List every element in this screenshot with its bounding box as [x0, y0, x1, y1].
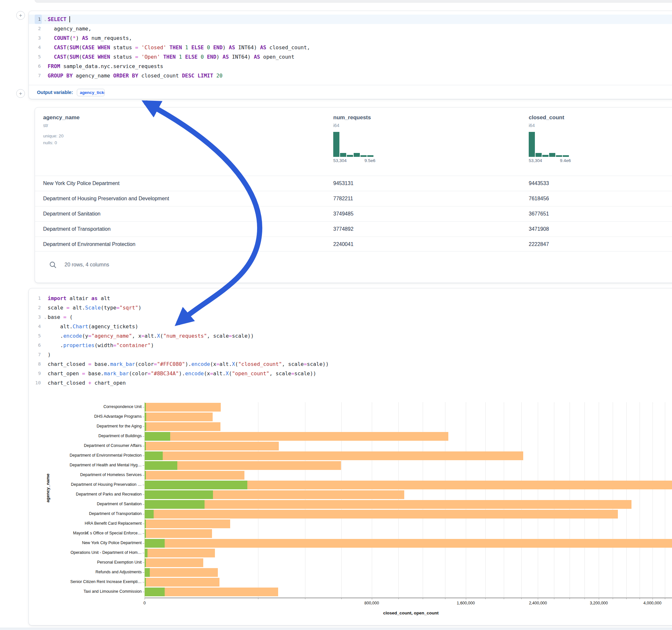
bar-open-count[interactable]: [145, 403, 146, 412]
table-cell: 7782211: [333, 191, 353, 206]
output-variable-row: Output variable: agency_tickets: [29, 85, 672, 99]
table-cell: 3677651: [529, 207, 549, 221]
bar-closed-count[interactable]: [145, 403, 221, 412]
bar-open-count[interactable]: [145, 432, 170, 441]
y-axis-tick: [143, 592, 144, 592]
bar-open-count[interactable]: [145, 519, 146, 528]
line-number: 2: [29, 24, 44, 33]
bar-closed-count[interactable]: [145, 529, 212, 538]
code-line[interactable]: 2 agency_name,: [29, 24, 672, 33]
table-cell: Department of Housing Preservation and D…: [43, 191, 169, 206]
code-text: SELECT: [44, 15, 70, 24]
bar-closed-count[interactable]: [145, 432, 448, 441]
table-cell: 2240041: [333, 237, 353, 252]
bar-closed-count[interactable]: [145, 587, 278, 596]
bar-closed-count[interactable]: [145, 539, 672, 548]
bar-closed-count[interactable]: [145, 558, 203, 567]
y-axis-tick: [143, 417, 144, 417]
bar-open-count[interactable]: [145, 587, 165, 596]
y-axis-label: Mayorâ€ s Office of Special Enforce…: [29, 531, 142, 535]
y-axis-tick: [143, 446, 144, 446]
bar-open-count[interactable]: [145, 490, 213, 499]
bar-open-count[interactable]: [145, 510, 154, 518]
y-axis-label: DHS Advantage Programs: [29, 414, 142, 419]
add-block-button-top[interactable]: +: [16, 11, 25, 20]
code-text: agency_name,: [44, 24, 91, 33]
dataframe-output: agency_name str unique: 20 nulls: 0 num_…: [35, 107, 672, 283]
y-axis-label: Correspondence Unit: [29, 405, 142, 409]
x-axis-tick: [145, 598, 145, 600]
y-axis-tick: [143, 407, 144, 407]
table-row[interactable]: Department of Transportation377489234719…: [35, 221, 672, 237]
column-type: i64: [529, 123, 571, 128]
bar-open-count[interactable]: [145, 422, 146, 431]
code-line[interactable]: 4 CAST(SUM(CASE WHEN status = 'Closed' T…: [29, 43, 672, 52]
sql-code-editor[interactable]: 1⌄SELECT 2 agency_name,3 COUNT(*) AS num…: [29, 11, 672, 80]
bar-open-count[interactable]: [145, 539, 165, 548]
y-axis-tick: [143, 533, 144, 534]
bar-closed-count[interactable]: [145, 442, 279, 451]
bar-open-count[interactable]: [145, 471, 146, 480]
previous-cell-edge: [35, 0, 672, 3]
table-cell: 3471908: [529, 222, 549, 237]
table-row[interactable]: Department of Sanitation37494853677651: [35, 206, 672, 221]
table-cell: Department of Transportation: [43, 222, 111, 237]
bar-open-count[interactable]: [145, 558, 146, 567]
search-icon[interactable]: [49, 261, 56, 268]
bar-closed-count[interactable]: [145, 471, 244, 480]
bar-open-count[interactable]: [145, 452, 163, 460]
output-variable-pill[interactable]: agency_tickets: [77, 89, 105, 96]
bar-closed-count[interactable]: [145, 413, 213, 421]
bar-closed-count[interactable]: [145, 510, 618, 518]
table-row[interactable]: Department of Environmental Protection22…: [35, 237, 672, 252]
bar-closed-count[interactable]: [145, 422, 220, 431]
fold-chevron-icon: ⌄: [44, 15, 46, 24]
column-header-num-requests[interactable]: num_requests i64 53,3049.5e6: [333, 114, 376, 163]
x-axis-title: closed_count, open_count: [145, 610, 672, 615]
y-axis-label: Personal Exemption Unit: [29, 560, 142, 564]
bar-open-count[interactable]: [145, 568, 150, 577]
code-line[interactable]: 6FROM sample_data.nyc.service_requests: [29, 62, 672, 71]
bar-open-count[interactable]: [145, 413, 146, 421]
bar-open-count[interactable]: [145, 442, 146, 451]
next-cell-edge: [0, 628, 672, 630]
column-header-closed-count[interactable]: closed_count i64 53,3049.4e6: [529, 114, 571, 163]
table-row[interactable]: New York City Police Department945313194…: [35, 176, 672, 191]
line-number: 4: [29, 43, 44, 52]
code-line[interactable]: 1⌄SELECT: [29, 15, 672, 24]
column-name: agency_name: [43, 114, 79, 121]
bar-open-count[interactable]: [145, 481, 247, 489]
column-meta: unique: 20 nulls: 0: [43, 132, 79, 146]
y-axis-tick: [143, 524, 144, 524]
sql-cell: 1⌄SELECT 2 agency_name,3 COUNT(*) AS num…: [28, 11, 672, 99]
bar-open-count[interactable]: [145, 578, 146, 587]
bar-closed-count[interactable]: [145, 452, 523, 460]
code-text: CAST(SUM(CASE WHEN status = 'Closed' THE…: [44, 43, 310, 52]
bar-closed-count[interactable]: [145, 549, 215, 557]
y-axis-label: Senior Citizen Rent Increase Exempti…: [29, 579, 142, 584]
bar-closed-count[interactable]: [145, 500, 631, 509]
table-cell: New York City Police Department: [43, 176, 120, 191]
bar-closed-count[interactable]: [145, 568, 218, 577]
bar-open-count[interactable]: [145, 461, 177, 470]
column-type: str: [43, 123, 79, 128]
bar-open-count[interactable]: [145, 500, 205, 509]
y-axis-label: Department for the Aging: [29, 424, 142, 429]
column-header-agency-name[interactable]: agency_name str unique: 20 nulls: 0: [43, 114, 79, 146]
bar-closed-count[interactable]: [145, 578, 219, 587]
bar-open-count[interactable]: [145, 549, 147, 557]
bar-open-count[interactable]: [145, 529, 146, 538]
code-line[interactable]: 3 COUNT(*) AS num_requests,: [29, 33, 672, 43]
table-cell: Department of Sanitation: [43, 207, 100, 221]
add-block-button-output[interactable]: +: [16, 89, 25, 98]
code-line[interactable]: 5 CAST(SUM(CASE WHEN status = 'Open' THE…: [29, 52, 672, 62]
x-axis-tick: [538, 598, 538, 600]
y-axis-label: Department of Health and Mental Hyg…: [29, 463, 142, 467]
num-requests-histogram: [333, 132, 376, 157]
bar-closed-count[interactable]: [145, 519, 230, 528]
y-axis-tick: [143, 494, 144, 495]
code-line[interactable]: 7GROUP BY agency_name ORDER BY closed_co…: [29, 71, 672, 80]
y-axis-label: Refunds and Adjustments: [29, 570, 142, 574]
histogram-range: 53,3049.4e6: [529, 158, 571, 163]
table-row[interactable]: Department of Housing Preservation and D…: [35, 191, 672, 206]
